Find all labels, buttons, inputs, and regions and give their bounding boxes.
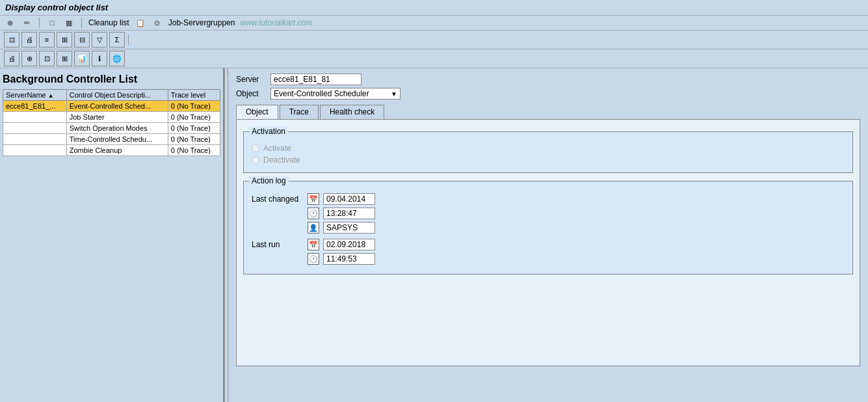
btn-1[interactable]: ⊡: [4, 32, 20, 47]
cell-description: Switch Operation Modes: [66, 123, 168, 134]
menu-bar: ⊕ ✏ □ ▦ Cleanup list 📋 ⊙ Job-Servergrupp…: [0, 16, 868, 31]
activate-row: Activate: [252, 144, 845, 153]
cell-server: [3, 145, 67, 156]
toolbar-row-2: 🖨 ⊕ ⊡ ⊞ 📊 ℹ 🌐: [0, 49, 868, 68]
user-icon[interactable]: 👤: [308, 222, 319, 234]
clock-icon[interactable]: 🕐: [308, 208, 319, 219]
separator-1: [39, 18, 40, 28]
cell-server: ecce81_E81_...: [3, 101, 67, 112]
back-icon[interactable]: ⊕: [4, 17, 16, 29]
col-server-label: ServerName: [6, 91, 48, 99]
btn-5[interactable]: ⊟: [74, 32, 90, 47]
server-label: Server: [236, 75, 265, 84]
last-run-time: 11:49:53: [323, 253, 375, 265]
left-panel: Background Controller List ServerName ▲ …: [0, 68, 224, 402]
cleanup-list-menu[interactable]: Cleanup list: [88, 18, 129, 27]
last-run-time-row: 🕐 11:49:53: [252, 253, 845, 265]
main-content: Background Controller List ServerName ▲ …: [0, 68, 868, 402]
table-row[interactable]: Job Starter 0 (No Trace): [3, 112, 220, 123]
title-bar: Display control object list: [0, 0, 868, 16]
activate-label: Activate: [263, 144, 291, 153]
btn-7[interactable]: Σ: [109, 32, 125, 47]
cell-server: [3, 112, 67, 123]
object-dropdown-value: Event-Controlled Scheduler: [274, 89, 369, 98]
calendar-icon-2[interactable]: 📅: [308, 239, 319, 250]
col-trace[interactable]: Trace level: [168, 90, 220, 101]
cell-trace: 0 (No Trace): [168, 101, 220, 112]
tab-object[interactable]: Object: [236, 105, 278, 119]
tab-health-check[interactable]: Health check: [320, 105, 384, 119]
cell-trace: 0 (No Trace): [168, 145, 220, 156]
job-servergruppen-icon[interactable]: ⊙: [151, 17, 163, 29]
object-row: Object Event-Controlled Scheduler ▼: [236, 88, 860, 100]
table-row[interactable]: Time-Controlled Schedu... 0 (No Trace): [3, 134, 220, 145]
toolbar-separator: [128, 34, 129, 45]
btn-print[interactable]: 🖨: [4, 51, 20, 66]
btn-info[interactable]: ℹ: [92, 51, 107, 66]
col-server[interactable]: ServerName ▲: [3, 90, 67, 101]
last-changed-label: Last changed: [252, 194, 304, 204]
right-panel: Server ecce81_E81_81 Object Event-Contro…: [228, 68, 868, 402]
tab-content: Activation Activate Deactivate Action lo…: [236, 119, 860, 366]
activate-radio[interactable]: [252, 144, 259, 152]
cell-description: Job Starter: [66, 112, 168, 123]
tab-trace[interactable]: Trace: [280, 105, 319, 119]
cell-description: Zombie Cleanup: [66, 145, 168, 156]
clipboard-icon[interactable]: 📋: [135, 17, 146, 29]
last-changed-user: SAPSYS: [323, 222, 375, 234]
title-text: Display control object list: [5, 3, 108, 12]
deactivate-label: Deactivate: [263, 155, 300, 165]
btn-globe[interactable]: 🌐: [109, 51, 125, 66]
last-changed-date: 09.04.2014: [323, 193, 375, 205]
clock-icon-2[interactable]: 🕐: [308, 253, 319, 265]
cell-server: [3, 123, 67, 134]
btn-4[interactable]: ⊞: [57, 32, 72, 47]
last-changed-time-row: 🕐 13:28:47: [252, 208, 845, 219]
cell-description: Event-Controlled Sched...: [66, 101, 168, 112]
print-icon[interactable]: ▦: [63, 17, 75, 29]
sort-arrow-icon: ▲: [48, 92, 54, 99]
table-row[interactable]: Zombie Cleanup 0 (No Trace): [3, 145, 220, 156]
cell-description: Time-Controlled Schedu...: [66, 134, 168, 145]
table-row[interactable]: ecce81_E81_... Event-Controlled Sched...…: [3, 101, 220, 112]
activation-group-label: Activation: [249, 127, 288, 136]
table-row[interactable]: Switch Operation Modes 0 (No Trace): [3, 123, 220, 134]
calendar-icon[interactable]: 📅: [308, 193, 319, 205]
object-dropdown[interactable]: Event-Controlled Scheduler ▼: [270, 88, 401, 100]
separator-2: [81, 18, 82, 28]
object-label: Object: [236, 89, 265, 98]
last-changed-user-row: 👤 SAPSYS: [252, 222, 845, 234]
btn-3[interactable]: ≡: [39, 32, 55, 47]
tab-trace-label: Trace: [289, 107, 309, 116]
col-description-label: Control Object Descripti...: [70, 91, 151, 99]
deactivate-row: Deactivate: [252, 155, 845, 165]
btn-grid[interactable]: ⊞: [57, 51, 72, 66]
btn-6[interactable]: ▽: [92, 32, 107, 47]
tab-health-check-label: Health check: [330, 107, 375, 116]
left-panel-title: Background Controller List: [3, 71, 220, 89]
action-log-group: Action log Last changed 📅 09.04.2014 🕐 1…: [243, 181, 853, 275]
cell-trace: 0 (No Trace): [168, 112, 220, 123]
cell-trace: 0 (No Trace): [168, 134, 220, 145]
btn-chart[interactable]: 📊: [74, 51, 90, 66]
edit-icon[interactable]: ✏: [21, 17, 33, 29]
btn-paste[interactable]: ⊡: [39, 51, 55, 66]
cell-trace: 0 (No Trace): [168, 123, 220, 134]
last-run-date: 02.09.2018: [323, 239, 375, 250]
job-servergruppen-menu[interactable]: Job-Servergruppen: [168, 18, 235, 27]
action-log-label: Action log: [249, 176, 289, 185]
col-trace-label: Trace level: [171, 91, 205, 99]
save-icon[interactable]: □: [46, 17, 58, 29]
chevron-down-icon: ▼: [391, 90, 397, 98]
cell-server: [3, 134, 67, 145]
server-value: ecce81_E81_81: [270, 74, 362, 85]
watermark: www.tutorialkart.com: [240, 18, 312, 27]
tab-object-label: Object: [246, 107, 269, 116]
col-description[interactable]: Control Object Descripti...: [66, 90, 168, 101]
btn-copy[interactable]: ⊕: [21, 51, 37, 66]
last-changed-time: 13:28:47: [323, 208, 375, 219]
server-row: Server ecce81_E81_81: [236, 74, 860, 85]
btn-2[interactable]: 🖨: [21, 32, 37, 47]
deactivate-radio[interactable]: [252, 156, 259, 164]
last-run-date-row: Last run 📅 02.09.2018: [252, 239, 845, 250]
